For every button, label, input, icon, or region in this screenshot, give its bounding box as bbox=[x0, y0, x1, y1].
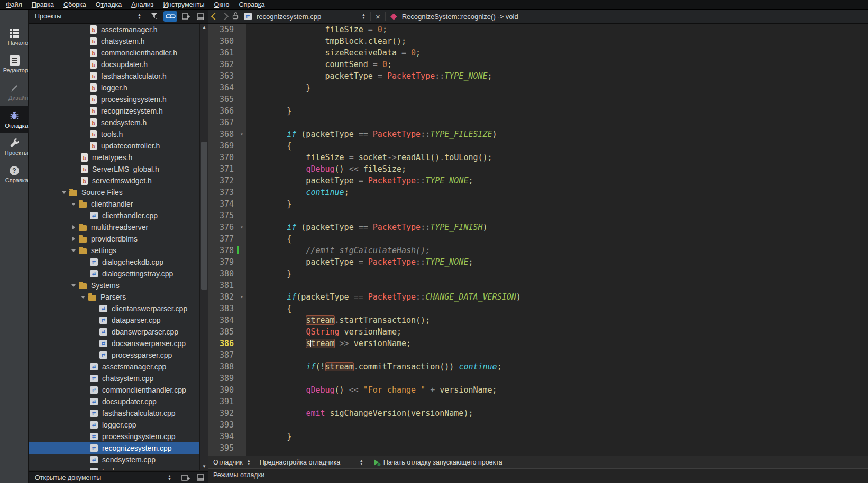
line-number[interactable]: 376 bbox=[208, 221, 237, 233]
line-number[interactable]: 394 bbox=[208, 431, 237, 442]
code-text[interactable]: if(packetType == PacketType::CHANGE_DATA… bbox=[249, 291, 521, 303]
tree-item[interactable]: hfasthashcalculator.h bbox=[29, 70, 199, 82]
tree-item[interactable]: ⇄processingsystem.cpp bbox=[29, 431, 199, 442]
tree-item[interactable]: Parsers bbox=[29, 291, 199, 303]
code-line[interactable]: 390 qDebug() << "For change " + versionN… bbox=[208, 384, 868, 396]
split-icon[interactable] bbox=[180, 472, 191, 483]
code-text[interactable]: emit sigChangeVersion(versionName); bbox=[249, 407, 473, 419]
tree-item[interactable]: ⇄assetsmanager.cpp bbox=[29, 361, 199, 373]
code-text[interactable]: } bbox=[249, 198, 291, 210]
tree-item[interactable]: providerdblms bbox=[29, 233, 199, 245]
tree-item[interactable]: ⇄fasthashcalculator.cpp bbox=[29, 407, 199, 419]
chevron-down-icon[interactable] bbox=[71, 282, 79, 289]
start-debug-button[interactable]: Начать отладку запускающего проекта bbox=[372, 458, 502, 467]
code-line[interactable]: 375 bbox=[208, 210, 868, 221]
line-number[interactable]: 365 bbox=[208, 94, 237, 105]
code-line[interactable]: 359 fileSize = 0; bbox=[208, 24, 868, 35]
code-text[interactable]: continue; bbox=[249, 187, 349, 198]
code-line[interactable]: 368▾ if (packetType == PacketType::TYPE_… bbox=[208, 128, 868, 140]
line-number[interactable]: 367 bbox=[208, 117, 237, 128]
sidebar-item-editor[interactable]: Редактор bbox=[0, 51, 29, 78]
line-number[interactable]: 379 bbox=[208, 256, 237, 268]
code-line[interactable]: 376▾ if (packetType == PacketType::TYPE_… bbox=[208, 221, 868, 233]
tree-item[interactable]: ⇄logger.cpp bbox=[29, 419, 199, 431]
tree-item[interactable]: Systems bbox=[29, 280, 199, 291]
line-number[interactable]: 362 bbox=[208, 59, 237, 70]
tree-item[interactable]: ⇄sendsystem.cpp bbox=[29, 454, 199, 466]
line-number[interactable]: 382 bbox=[208, 291, 237, 303]
code-line[interactable]: 366 } bbox=[208, 105, 868, 117]
tree-item[interactable]: ⇄clientanswerparser.cpp bbox=[29, 303, 199, 314]
scroll-down-icon[interactable]: ▼ bbox=[200, 463, 208, 470]
code-line[interactable]: 370 fileSize = socket->readAll().toULong… bbox=[208, 152, 868, 163]
code-text[interactable]: } bbox=[249, 268, 291, 280]
menu-правка[interactable]: Правка bbox=[27, 0, 59, 10]
line-number[interactable]: 360 bbox=[208, 35, 237, 47]
code-line[interactable]: 378 //emit sigCalculateHash(); bbox=[208, 245, 868, 256]
sidebar-item-welcome[interactable]: Начало bbox=[0, 23, 29, 51]
code-text[interactable]: fileSize = 0; bbox=[249, 24, 387, 35]
line-number[interactable]: 387 bbox=[208, 349, 237, 361]
line-number[interactable]: 384 bbox=[208, 314, 237, 326]
menu-сборка[interactable]: Сборка bbox=[59, 0, 91, 10]
link-with-editor-icon[interactable] bbox=[163, 11, 177, 22]
menu-анализ[interactable]: Анализ bbox=[126, 0, 158, 10]
line-number[interactable]: 385 bbox=[208, 326, 237, 338]
code-text[interactable]: packetType = PacketType::TYPE_NONE; bbox=[249, 256, 473, 268]
chevron-right-icon[interactable] bbox=[71, 225, 79, 229]
line-number[interactable]: 381 bbox=[208, 280, 237, 291]
code-text[interactable]: if (packetType == PacketType::TYPE_FILES… bbox=[249, 128, 497, 140]
code-line[interactable]: 387 bbox=[208, 349, 868, 361]
code-line[interactable]: 374 } bbox=[208, 198, 868, 210]
code-text[interactable]: sizeReceiveData = 0; bbox=[249, 47, 421, 59]
tree-item[interactable]: ⇄docsupdater.cpp bbox=[29, 396, 199, 407]
line-number[interactable]: 395 bbox=[208, 442, 237, 454]
code-line[interactable]: 371 qDebug() << fileSize; bbox=[208, 163, 868, 175]
code-line[interactable]: 367 bbox=[208, 117, 868, 128]
code-text[interactable]: if(!stream.commitTransaction()) continue… bbox=[249, 361, 502, 373]
open-documents-title[interactable]: Открытые документы bbox=[35, 474, 101, 481]
line-number[interactable]: 393 bbox=[208, 419, 237, 431]
code-line[interactable]: 372 packetType = PacketType::TYPE_NONE; bbox=[208, 175, 868, 187]
menu-отладка[interactable]: Отладка bbox=[91, 0, 126, 10]
line-number[interactable]: 372 bbox=[208, 175, 237, 187]
code-text[interactable]: if (packetType == PacketType::TYPE_FINIS… bbox=[249, 221, 488, 233]
filter-icon[interactable] bbox=[149, 11, 160, 22]
projects-panel-title[interactable]: Проекты bbox=[35, 13, 61, 20]
sidebar-item-projects[interactable]: Проекты bbox=[0, 133, 29, 161]
code-text[interactable]: QString versionName; bbox=[249, 326, 401, 338]
tree-item[interactable]: ⇄processparser.cpp bbox=[29, 349, 199, 361]
code-line[interactable]: 380 } bbox=[208, 268, 868, 280]
code-text[interactable]: qDebug() << fileSize; bbox=[249, 163, 406, 175]
tree-item[interactable]: Source Files bbox=[29, 187, 199, 198]
tree-item[interactable]: hserverlmswidget.h bbox=[29, 175, 199, 187]
menu-справка[interactable]: Справка bbox=[234, 0, 269, 10]
code-text[interactable]: packetType = PacketType::TYPE_NONE; bbox=[249, 70, 492, 82]
fold-marker-icon[interactable]: ▾ bbox=[237, 291, 246, 303]
code-line[interactable]: 361 sizeReceiveData = 0; bbox=[208, 47, 868, 59]
line-number[interactable]: 390 bbox=[208, 384, 237, 396]
code-text[interactable]: fileSize = socket->readAll().toULong(); bbox=[249, 152, 492, 163]
code-text[interactable]: stream >> versionName; bbox=[249, 338, 411, 349]
close-panel-icon[interactable] bbox=[195, 11, 206, 22]
code-line[interactable]: 384 stream.startTransaction(); bbox=[208, 314, 868, 326]
line-number[interactable]: 377 bbox=[208, 233, 237, 245]
panel-selector-combo[interactable]: ▲▼ bbox=[168, 475, 171, 481]
panel-selector-combo[interactable]: ▲▼ bbox=[138, 13, 141, 20]
tree-item[interactable]: settings bbox=[29, 245, 199, 256]
tree-item[interactable]: ⇄dbanswerparser.cpp bbox=[29, 326, 199, 338]
code-line[interactable]: 364 } bbox=[208, 82, 868, 94]
code-text[interactable]: { bbox=[249, 233, 291, 245]
line-number[interactable]: 374 bbox=[208, 198, 237, 210]
tree-item[interactable]: hdocsupdater.h bbox=[29, 59, 199, 70]
code-text[interactable]: } bbox=[249, 82, 310, 94]
line-number[interactable]: 361 bbox=[208, 47, 237, 59]
tree-item[interactable]: hServerLMS_global.h bbox=[29, 163, 199, 175]
tree-item[interactable]: ⇄dialogcheckdb.cpp bbox=[29, 256, 199, 268]
line-number[interactable]: 366 bbox=[208, 105, 237, 117]
code-line[interactable]: 389 bbox=[208, 373, 868, 384]
tree-item[interactable]: hcommonclienthandler.h bbox=[29, 47, 199, 59]
close-panel-icon[interactable] bbox=[195, 472, 206, 483]
code-line[interactable]: 388 if(!stream.commitTransaction()) cont… bbox=[208, 361, 868, 373]
line-number[interactable]: 389 bbox=[208, 373, 237, 384]
